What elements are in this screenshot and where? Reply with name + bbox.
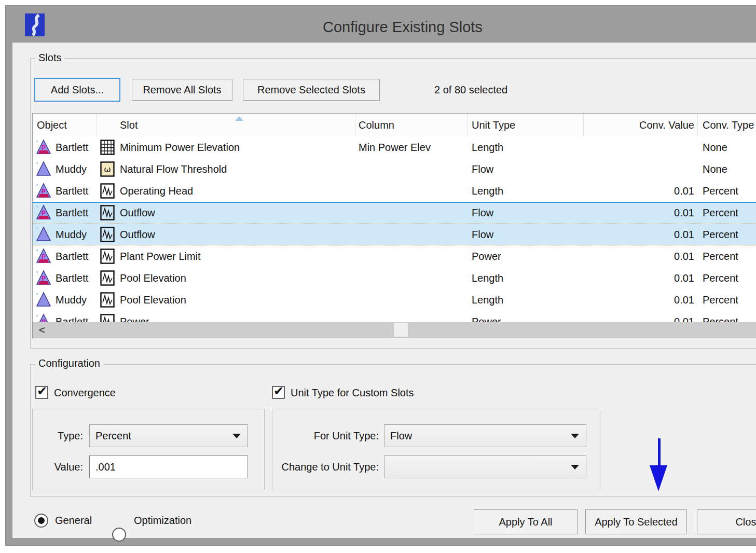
remove-selected-slots-button[interactable]: Remove Selected Slots (243, 79, 380, 101)
table-slot-icon (100, 140, 115, 155)
unit-type-custom-slots-checkbox[interactable]: ✔ (272, 386, 285, 399)
optimization-radio-label: Optimization (134, 515, 191, 527)
remove-all-slots-button-label: Remove All Slots (143, 84, 221, 96)
conv-type-cell: Percent (703, 245, 738, 267)
close-button-label: Close (735, 516, 756, 528)
unit-type-cell: Flow (472, 158, 493, 180)
remove-selected-slots-button-label: Remove Selected Slots (257, 84, 365, 96)
series-slot-icon (100, 227, 115, 242)
conv-value-cell: 0.01 (585, 180, 694, 202)
column-cell: Min Power Elev (359, 136, 431, 158)
slot-cell: Pool Elevation (120, 289, 186, 311)
conv-value-cell: 0.01 (585, 289, 694, 311)
annotation-arrow-shaft (658, 438, 661, 466)
object-cell: Muddy (56, 289, 87, 311)
dropdown-caret-icon (232, 434, 241, 438)
conv-type-cell: None (703, 136, 727, 158)
horizontal-scrollbar[interactable]: < (33, 322, 756, 338)
close-button[interactable]: Close (697, 509, 756, 534)
conv-type-cell: Percent (703, 180, 738, 202)
header-unit-type[interactable]: Unit Type (472, 114, 515, 136)
header-conv-value[interactable]: Conv. Value (585, 114, 694, 136)
unit-type-cell: Flow (472, 224, 493, 245)
table-row[interactable]: PBartlettMinimum Power ElevationMin Powe… (33, 136, 756, 158)
header-object[interactable]: Object (37, 114, 67, 136)
apply-to-selected-button[interactable]: Apply To Selected (585, 509, 687, 534)
add-slots-button-label: Add Slots... (51, 84, 104, 96)
header-column[interactable]: Column (359, 114, 394, 136)
object-cell: Bartlett (56, 136, 88, 158)
scrollbar-thumb[interactable] (394, 323, 408, 337)
table-row[interactable]: PBartlettOperating HeadLength0.01Percent (33, 180, 756, 202)
unit-type-cell: Length (472, 180, 503, 202)
apply-to-all-button-label: Apply To All (499, 516, 552, 528)
object-cell: Bartlett (56, 245, 88, 267)
header-slot[interactable]: Slot (120, 114, 138, 136)
conv-value-cell: 0.01 (585, 224, 694, 245)
header-separator (697, 114, 698, 136)
object-cell: Muddy (56, 224, 87, 245)
series-slot-icon (100, 292, 115, 308)
slot-cell: Outflow (120, 202, 155, 224)
conv-value-cell (585, 136, 694, 158)
conv-type-cell: Percent (703, 267, 738, 289)
table-row[interactable]: MuddyωNatural Flow ThresholdFlowNone (33, 158, 756, 180)
series-slot-icon (100, 205, 115, 220)
type-dropdown-value: Percent (95, 425, 131, 447)
series-slot-icon (100, 183, 115, 199)
omega-slot-icon: ω (100, 161, 115, 177)
convergence-checkbox-label: Convergence (54, 386, 116, 399)
header-conv-type[interactable]: Conv. Type (703, 114, 754, 136)
svg-text:P: P (42, 188, 46, 195)
apply-to-all-button[interactable]: Apply To All (474, 509, 578, 534)
slot-cell: Natural Flow Threshold (120, 158, 227, 180)
optimization-radio[interactable] (112, 528, 126, 542)
unit-type-custom-slots-checkbox-label: Unit Type for Custom Slots (291, 386, 414, 399)
convergence-checkbox[interactable]: ✔ (35, 386, 48, 399)
table-header-row[interactable]: Object Slot Column Unit Type Conv. Value… (33, 114, 756, 137)
scroll-left-arrow-icon[interactable]: < (33, 322, 51, 338)
add-slots-button[interactable]: Add Slots... (34, 78, 120, 102)
svg-text:P: P (42, 319, 46, 322)
table-row[interactable]: PBartlettOutflowFlow0.01Percent (33, 202, 756, 224)
check-icon: ✔ (37, 384, 48, 398)
table-row[interactable]: MuddyOutflowFlow0.01Percent (33, 224, 756, 245)
type-dropdown[interactable]: Percent (89, 424, 248, 447)
conv-type-cell: Percent (703, 224, 738, 245)
series-slot-icon (100, 314, 115, 322)
object-cell: Bartlett (56, 202, 88, 224)
conv-type-cell: Percent (703, 289, 738, 311)
conv-type-cell: Percent (703, 311, 738, 322)
slot-cell: Outflow (120, 224, 155, 245)
slots-table[interactable]: Object Slot Column Unit Type Conv. Value… (32, 113, 756, 338)
bartlett-object-icon: P (36, 139, 51, 156)
conv-value-cell: 0.01 (585, 202, 694, 224)
header-separator (355, 114, 355, 136)
conv-type-cell: Percent (703, 202, 738, 224)
slot-cell: Power (120, 311, 149, 322)
conv-type-cell: None (703, 158, 727, 180)
general-radio-label: General (55, 515, 92, 527)
change-unit-type-dropdown[interactable] (384, 455, 586, 478)
general-radio[interactable] (34, 514, 48, 528)
slot-cell: Operating Head (120, 180, 193, 202)
slot-cell: Pool Elevation (120, 267, 186, 289)
value-input[interactable] (89, 455, 248, 478)
slots-table-body: PBartlettMinimum Power ElevationMin Powe… (33, 136, 756, 322)
svg-text:P: P (42, 275, 46, 282)
conv-value-cell (585, 158, 694, 180)
table-row[interactable]: PBartlettPowerPower0.01Percent (33, 311, 756, 322)
table-row[interactable]: MuddyPool ElevationLength0.01Percent (33, 289, 756, 311)
slot-cell: Plant Power Limit (120, 245, 201, 267)
svg-text:P: P (42, 210, 46, 217)
slots-group-label: Slots (35, 52, 64, 64)
object-cell: Bartlett (56, 180, 88, 202)
object-cell: Bartlett (56, 311, 88, 322)
remove-all-slots-button[interactable]: Remove All Slots (132, 79, 232, 101)
table-row[interactable]: PBartlettPool ElevationLength0.01Percent (33, 267, 756, 289)
for-unit-type-dropdown[interactable]: Flow (384, 424, 586, 447)
conv-value-cell: 0.01 (585, 245, 694, 267)
table-row[interactable]: PBartlettPlant Power LimitPower0.01Perce… (33, 245, 756, 267)
for-unit-type-label: For Unit Type: (265, 424, 379, 447)
dropdown-caret-icon (571, 434, 579, 438)
